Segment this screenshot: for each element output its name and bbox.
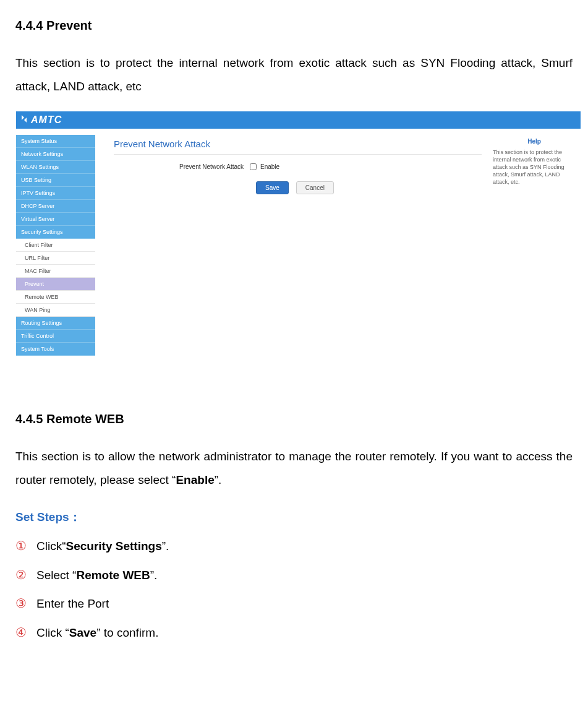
section-heading-prevent: 4.4.4 Prevent bbox=[15, 19, 573, 33]
router-ui-screenshot: AMTC System Status Network Settings WLAN… bbox=[15, 111, 581, 356]
section-intro-remote-web: This section is to allow the network adm… bbox=[15, 445, 573, 492]
sidebar-sub-url-filter[interactable]: URL Filter bbox=[16, 252, 95, 265]
form-row-prevent: Prevent Network Attack Enable bbox=[169, 163, 482, 170]
step-4: ④ Click “Save” to confirm. bbox=[15, 623, 573, 642]
step-num-2: ② bbox=[15, 566, 36, 584]
main-panel: Prevent Network Attack Prevent Network A… bbox=[95, 135, 488, 194]
help-title: Help bbox=[493, 137, 576, 146]
step-list: ① Click“Security Settings”. ② Select “Re… bbox=[15, 536, 573, 642]
sidebar-sub-client-filter[interactable]: Client Filter bbox=[16, 239, 95, 252]
field-label: Prevent Network Attack bbox=[169, 163, 250, 170]
sidebar-item-dhcp-server[interactable]: DHCP Server bbox=[16, 200, 95, 213]
step-num-1: ① bbox=[15, 536, 36, 555]
help-panel: Help This section is to protect the inte… bbox=[488, 135, 581, 186]
step-num-4: ④ bbox=[15, 623, 36, 642]
logo-icon bbox=[20, 114, 28, 126]
enable-label: Enable bbox=[260, 163, 279, 170]
sidebar-item-iptv-settings[interactable]: IPTV Settings bbox=[16, 187, 95, 200]
sidebar-item-network-settings[interactable]: Network Settings bbox=[16, 148, 95, 161]
sidebar-item-virtual-server[interactable]: Virtual Server bbox=[16, 213, 95, 226]
sidebar-sub-remote-web[interactable]: Remote WEB bbox=[16, 291, 95, 304]
save-button[interactable]: Save bbox=[256, 181, 289, 194]
step-2: ② Select “Remote WEB”. bbox=[15, 566, 573, 585]
router-topbar: AMTC bbox=[16, 111, 581, 129]
sidebar-sub-mac-filter[interactable]: MAC Filter bbox=[16, 265, 95, 278]
sidebar-item-system-tools[interactable]: System Tools bbox=[16, 343, 95, 356]
sidebar-sub-wan-ping[interactable]: WAN Ping bbox=[16, 304, 95, 317]
sidebar-item-traffic-control[interactable]: Triffic Control bbox=[16, 330, 95, 343]
step-1: ① Click“Security Settings”. bbox=[15, 536, 573, 556]
section-heading-remote-web: 4.4.5 Remote WEB bbox=[15, 412, 573, 426]
step-3: ③ Enter the Port bbox=[15, 594, 573, 613]
set-steps-heading: Set Steps： bbox=[15, 509, 573, 525]
sidebar: System Status Network Settings WLAN Sett… bbox=[16, 135, 95, 356]
sidebar-item-wlan-settings[interactable]: WLAN Settings bbox=[16, 161, 95, 174]
sidebar-item-security-settings[interactable]: Security Settings bbox=[16, 226, 95, 239]
sidebar-item-routing-settings[interactable]: Routing Settings bbox=[16, 317, 95, 330]
enable-checkbox[interactable] bbox=[250, 163, 257, 170]
section-intro-prevent: This section is to protect the internal … bbox=[15, 51, 573, 98]
step-num-3: ③ bbox=[15, 594, 36, 613]
panel-title: Prevent Network Attack bbox=[114, 135, 482, 155]
brand-text: AMTC bbox=[31, 114, 62, 126]
sidebar-item-system-status[interactable]: System Status bbox=[16, 135, 95, 148]
sidebar-item-usb-setting[interactable]: USB Setting bbox=[16, 174, 95, 187]
sidebar-sub-prevent[interactable]: Prevent bbox=[16, 278, 95, 291]
help-text: This section is to protect the internal … bbox=[493, 148, 576, 186]
cancel-button[interactable]: Cancel bbox=[296, 181, 334, 194]
